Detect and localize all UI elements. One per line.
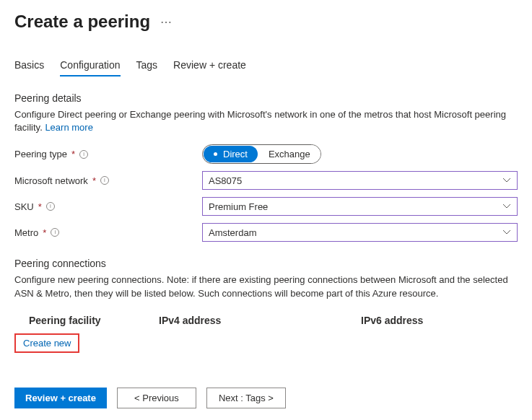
chevron-down-icon (502, 176, 511, 185)
tab-tags[interactable]: Tags (136, 55, 158, 76)
sku-label: SKU (14, 201, 34, 212)
metro-label: Metro (14, 227, 38, 238)
more-menu-icon[interactable]: ⋯ (160, 15, 172, 29)
peering-connections-heading: Peering connections (14, 258, 518, 269)
peering-type-direct[interactable]: Direct (204, 146, 258, 162)
wizard-footer: Review + create < Previous Next : Tags > (14, 382, 518, 408)
peering-type-direct-label: Direct (223, 149, 248, 159)
tab-configuration[interactable]: Configuration (60, 55, 120, 76)
col-ipv6-address: IPv6 address (361, 315, 518, 326)
microsoft-network-dropdown[interactable]: AS8075 (202, 171, 518, 190)
peering-type-toggle: Direct Exchange (202, 144, 321, 164)
peering-details-heading: Peering details (14, 92, 518, 104)
peering-type-label: Peering type (14, 149, 67, 159)
review-create-button[interactable]: Review + create (14, 388, 107, 408)
col-peering-facility: Peering facility (29, 315, 159, 326)
info-icon[interactable]: i (46, 202, 55, 211)
info-icon[interactable]: i (100, 176, 109, 185)
info-icon[interactable]: i (51, 228, 59, 237)
tab-bar: Basics Configuration Tags Review + creat… (14, 55, 518, 76)
required-marker: * (43, 227, 46, 238)
connections-table-header: Peering facility IPv4 address IPv6 addre… (14, 310, 518, 331)
required-marker: * (38, 201, 42, 212)
page-title: Create a peering (14, 12, 150, 32)
required-marker: * (71, 149, 75, 159)
peering-type-exchange[interactable]: Exchange (258, 145, 320, 163)
tab-basics[interactable]: Basics (14, 55, 44, 76)
next-button[interactable]: Next : Tags > (206, 388, 286, 408)
metro-dropdown[interactable]: Amsterdam (202, 223, 518, 242)
metro-value: Amsterdam (209, 227, 256, 238)
tab-review-create[interactable]: Review + create (173, 55, 246, 76)
sku-dropdown[interactable]: Premium Free (202, 197, 518, 216)
peering-connections-desc: Configure new peering connections. Note:… (14, 274, 518, 299)
col-ipv4-address: IPv4 address (159, 315, 361, 326)
microsoft-network-label: Microsoft network (14, 175, 88, 186)
info-icon[interactable]: i (79, 150, 88, 159)
learn-more-link[interactable]: Learn more (45, 122, 92, 133)
sku-value: Premium Free (209, 201, 268, 212)
chevron-down-icon (502, 228, 511, 237)
create-new-link[interactable]: Create new (14, 333, 79, 353)
required-marker: * (92, 175, 96, 186)
previous-button[interactable]: < Previous (117, 388, 196, 408)
peering-details-desc: Configure Direct peering or Exchange pee… (14, 108, 518, 134)
chevron-down-icon (502, 202, 511, 211)
microsoft-network-value: AS8075 (209, 175, 242, 186)
